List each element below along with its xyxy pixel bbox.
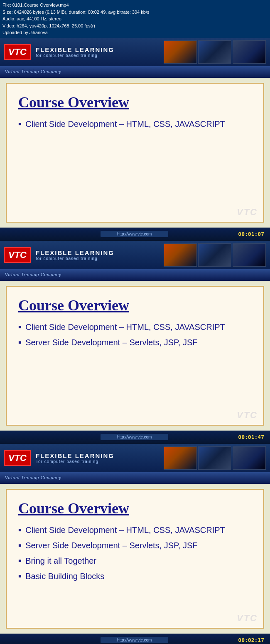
file-info-line1: File: 0101.Course Overview.mp4 <box>2 2 268 9</box>
video-frame-1: VTC FLEXIBLE LEARNING for computer based… <box>0 38 270 241</box>
vtc-img-1b <box>198 40 231 64</box>
file-info-line5: Uploaded by Jihanova <box>2 29 268 36</box>
vtc-tagline-sub-2: for computer based training <box>36 256 114 261</box>
vtc-sub-banner-1: Virtual Training Company <box>0 66 270 78</box>
vtc-watermark-2: VTC <box>237 410 258 421</box>
list-item-text: Client Side Development – HTML, CSS, JAV… <box>25 119 225 130</box>
slide-list-1: Client Side Development – HTML, CSS, JAV… <box>18 119 252 130</box>
vtc-banner-2: VTC FLEXIBLE LEARNING for computer based… <box>0 241 270 269</box>
vtc-img-2b <box>198 243 231 267</box>
file-info-header: File: 0101.Course Overview.mp4 Size: 642… <box>0 0 270 38</box>
vtc-logo-3: VTC <box>4 450 31 466</box>
vtc-tagline-1: FLEXIBLE LEARNING for computer based tra… <box>36 46 114 58</box>
list-item-text: Client Side Development – HTML, CSS, JAV… <box>25 322 225 333</box>
vtc-banner-1: VTC FLEXIBLE LEARNING for computer based… <box>0 38 270 66</box>
vtc-logo-1: VTC <box>4 44 31 60</box>
bottom-url-1: http://www.vtc.com <box>101 231 168 237</box>
slide-list-3: Client Side Development – HTML, CSS, JAV… <box>18 525 252 582</box>
slide-title-1: Course Overview <box>18 94 252 111</box>
list-item: Client Side Development – HTML, CSS, JAV… <box>18 525 252 536</box>
timestamp-1: 00:01:07 <box>238 231 264 237</box>
vtc-tagline-main-1: FLEXIBLE LEARNING <box>36 46 114 53</box>
file-info-line4: Video: h264, yuv420p, 1024x768, 25.00 fp… <box>2 22 268 30</box>
vtc-images-3 <box>164 446 266 470</box>
list-item-text: Server Side Development – Servlets, JSP,… <box>25 540 197 551</box>
slide-area-3: Course Overview Client Side Development … <box>0 484 270 634</box>
vtc-img-3b <box>198 446 231 470</box>
bottom-url-3: http://www.vtc.com <box>101 637 168 643</box>
vtc-img-2c <box>233 243 266 267</box>
vtc-watermark-3: VTC <box>237 613 258 624</box>
list-item: Basic Building Blocks <box>18 571 252 582</box>
slide-content-2: Course Overview Client Side Development … <box>6 286 264 426</box>
list-item-text: Bring it all Together <box>25 555 96 567</box>
slide-list-2: Client Side Development – HTML, CSS, JAV… <box>18 322 252 348</box>
timestamp-2: 00:01:47 <box>238 434 264 440</box>
list-item: Server Side Development – Servlets, JSP,… <box>18 337 252 348</box>
slide-title-2: Course Overview <box>18 297 252 314</box>
list-item: Client Side Development – HTML, CSS, JAV… <box>18 119 252 130</box>
vtc-banner-3: VTC FLEXIBLE LEARNING Tor computer based… <box>0 444 270 472</box>
bottom-bar-2: http://www.vtc.com 00:01:47 <box>0 431 270 444</box>
vtc-tagline-sub-1: for computer based training <box>36 53 114 58</box>
vtc-sub-banner-3: Virtual Training Company <box>0 472 270 484</box>
vtc-tagline-2: FLEXIBLE LEARNING for computer based tra… <box>36 249 114 261</box>
vtc-logo-2: VTC <box>4 247 31 263</box>
vtc-company-3: Virtual Training Company <box>5 476 61 480</box>
list-item-text: Server Side Development – Servlets, JSP,… <box>25 337 197 348</box>
slide-area-2: Course Overview Client Side Development … <box>0 281 270 431</box>
vtc-watermark-1: VTC <box>237 207 258 218</box>
vtc-img-3a <box>164 446 197 470</box>
vtc-img-2a <box>164 243 197 267</box>
vtc-company-2: Virtual Training Company <box>5 272 61 277</box>
slide-content-1: Course Overview Client Side Development … <box>6 83 264 223</box>
vtc-img-1a <box>164 40 197 64</box>
vtc-img-1c <box>233 40 266 64</box>
bottom-url-2: http://www.vtc.com <box>101 434 168 440</box>
list-item: Server Side Development – Servlets, JSP,… <box>18 540 252 551</box>
slide-title-3: Course Overview <box>18 500 252 517</box>
vtc-img-3c <box>233 446 266 470</box>
vtc-tagline-3: FLEXIBLE LEARNING Tor computer based tra… <box>36 452 114 464</box>
list-item-text: Basic Building Blocks <box>25 571 104 582</box>
bottom-bar-3: http://www.vtc.com 00:02:17 <box>0 634 270 644</box>
vtc-tagline-main-2: FLEXIBLE LEARNING <box>36 249 114 256</box>
timestamp-3: 00:02:17 <box>238 637 264 643</box>
file-info-line3: Audio: aac, 44100 Hz, stereo <box>2 15 268 22</box>
vtc-tagline-sub-3: Tor computer based training <box>36 459 114 464</box>
vtc-company-1: Virtual Training Company <box>5 69 61 74</box>
video-frame-2: VTC FLEXIBLE LEARNING for computer based… <box>0 241 270 444</box>
bottom-bar-1: http://www.vtc.com 00:01:07 <box>0 228 270 241</box>
list-item: Client Side Development – HTML, CSS, JAV… <box>18 322 252 333</box>
slide-content-3: Course Overview Client Side Development … <box>6 489 264 629</box>
vtc-images-1 <box>164 40 266 64</box>
list-item-text: Client Side Development – HTML, CSS, JAV… <box>25 525 225 536</box>
list-item: Bring it all Together <box>18 555 252 567</box>
vtc-images-2 <box>164 243 266 267</box>
vtc-tagline-main-3: FLEXIBLE LEARNING <box>36 452 114 459</box>
slide-area-1: Course Overview Client Side Development … <box>0 78 270 228</box>
video-frame-3: VTC FLEXIBLE LEARNING Tor computer based… <box>0 444 270 644</box>
file-info-line2: Size: 6424026 bytes (6.13 MiB), duration… <box>2 9 268 16</box>
vtc-sub-banner-2: Virtual Training Company <box>0 269 270 281</box>
